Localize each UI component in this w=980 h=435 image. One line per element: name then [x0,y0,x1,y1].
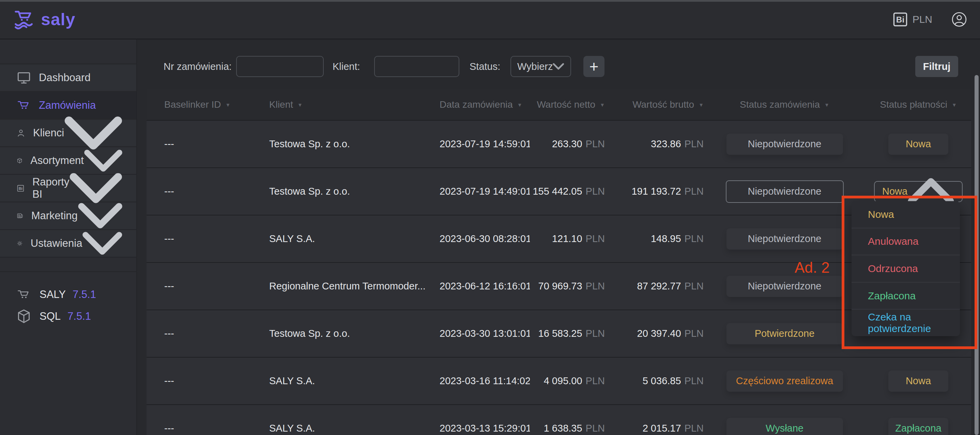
sidebar-item-label: Dashboard [39,72,91,84]
sort-arrow-icon: ▼ [952,102,957,108]
payment-status-badge[interactable]: Nowa [888,134,948,155]
sidebar-item-label: Marketing [31,210,78,222]
currency-switcher[interactable]: Bi PLN [893,12,932,27]
cart-icon [17,100,31,111]
cell-client: SALY S.A. [269,215,439,262]
table-row[interactable]: ---Testowa Sp. z o.o.2023-03-30 13:01:01… [146,309,971,357]
dropdown-option[interactable]: Nowa [851,201,960,228]
status-label: Status: [469,56,500,77]
payment-status-dropdown: NowaAnulowanaOdrzuconaZapłaconaCzeka na … [851,201,960,336]
cell-netto: 263.30PLN [530,121,605,167]
cell-client: SALY S.A. [269,405,439,435]
client-input[interactable] [374,56,459,77]
table-row[interactable]: ---Regionalne Centrum Termomoder...2023-… [146,262,971,309]
cell-brutto: 148.95PLN [605,215,704,262]
user-avatar-icon [951,11,967,27]
chevron-down-icon [82,231,123,255]
column-header-status-p-atno-ci[interactable]: Status płatności▼ [865,89,971,120]
person-icon [17,129,25,137]
order-number-input[interactable] [236,56,324,77]
chevron-down-icon [78,202,123,229]
cell-client: Testowa Sp. z o.o. [269,310,439,357]
filter-button[interactable]: Filtruj [915,56,958,77]
order-status-badge[interactable]: Niepotwierdzone [726,180,844,203]
table-row[interactable]: ---SALY S.A.2023-03-13 15:29:011 638.35P… [146,404,971,435]
sidebar-item-dashboard[interactable]: Dashboard [0,64,136,92]
payment-status-select[interactable]: Nowa [874,181,963,202]
cell-client: SALY S.A. [269,358,439,404]
column-header-label: Status płatności [880,99,947,110]
client-label: Klient: [332,56,360,77]
sidebar-item-ustawienia[interactable]: Ustawienia [0,230,136,258]
column-header-label: Klient [269,99,293,110]
monitor-icon [17,71,31,84]
cell-order-date: 2023-06-30 08:28:01 [439,215,530,262]
cell-payment-status: Nowa [865,121,971,167]
order-status-badge[interactable]: Częściowo zrealizowa [727,371,843,392]
window-top-edge [0,0,980,2]
cell-baselinker-id: --- [146,215,269,262]
column-header-status-zam-wienia[interactable]: Status zamówienia▼ [704,89,865,120]
scrollbar-thumb[interactable] [975,75,978,435]
column-header-data-zam-wienia[interactable]: Data zamówienia▼ [439,89,530,120]
column-header-label: Data zamówienia [439,99,513,110]
dropdown-option[interactable]: Zapłacona [851,282,960,309]
payment-status-badge[interactable]: Zapłacona [888,418,948,435]
sidebar-item-asortyment[interactable]: Asortyment [0,147,136,175]
cell-netto: 70 969.73PLN [530,263,605,309]
table-row[interactable]: ---SALY S.A.2023-06-30 08:28:01121.10PLN… [146,215,971,262]
cell-baselinker-id: --- [146,168,269,215]
news-icon [17,213,23,218]
cart-logo-icon [14,10,36,29]
sort-arrow-icon: ▼ [600,102,605,108]
sort-arrow-icon: ▼ [298,102,302,108]
chevron-down-icon [553,63,564,70]
payment-status-value: Nowa [882,186,907,197]
sidebar-item-klienci[interactable]: Klienci [0,120,136,147]
sidebar-item-zam-wienia[interactable]: Zamówienia [0,92,136,120]
sort-arrow-icon: ▼ [824,102,829,108]
cell-netto: 155 442.05PLN [530,168,605,215]
cell-order-status: Wysłane [704,405,865,435]
table-row[interactable]: ---Testowa Sp. z o.o.2023-07-19 14:59:01… [146,120,971,167]
sidebar-item-raporty-bi[interactable]: BiRaporty BI [0,175,136,202]
column-header-label: Status zamówienia [740,99,820,110]
dropdown-option[interactable]: Czeka na potwierdzenie [851,309,960,336]
svg-text:Bi: Bi [896,15,904,24]
payment-status-badge[interactable]: Nowa [888,371,948,392]
table-row[interactable]: ---Testowa Sp. z o.o.2023-07-19 14:49:01… [146,167,971,215]
order-status-badge[interactable]: Niepotwierdzone [727,134,843,155]
user-account-button[interactable] [951,11,967,27]
cell-order-date: 2023-06-12 16:16:01 [439,263,530,309]
cell-order-date: 2023-07-19 14:49:01 [439,168,530,215]
sidebar-item-marketing[interactable]: Marketing [0,202,136,230]
version-number: 7.5.1 [73,288,96,301]
version-row-saly: SALY7.5.1 [0,284,136,306]
order-status-badge[interactable]: Niepotwierdzone [727,228,843,250]
table-row[interactable]: ---SALY S.A.2023-03-16 11:14:024 095.00P… [146,357,971,404]
cell-brutto: 87 292.77PLN [605,263,704,309]
column-header-warto-netto[interactable]: Wartość netto▼ [530,89,605,120]
brand-logo-text: saly [41,10,75,29]
bi-icon: Bi [893,12,908,27]
dropdown-option[interactable]: Odrzucona [851,255,960,282]
topbar: saly Bi PLN [0,0,980,40]
cell-order-status: Potwierdzone [704,310,865,357]
table-body: ---Testowa Sp. z o.o.2023-07-19 14:59:01… [146,120,971,435]
order-status-badge[interactable]: Wysłane [727,418,843,435]
cell-baselinker-id: --- [146,263,269,309]
column-header-warto-brutto[interactable]: Wartość brutto▼ [605,89,704,120]
dropdown-option[interactable]: Anulowana [851,228,960,255]
order-status-badge[interactable]: Potwierdzone [727,323,843,344]
cell-order-status: Niepotwierdzone [704,121,865,167]
column-header-klient[interactable]: Klient▼ [269,89,439,120]
status-select[interactable]: Wybierz [511,56,571,77]
column-header-baselinker-id[interactable]: Baselinker ID▼ [146,89,269,120]
order-status-badge[interactable]: Niepotwierdzone [727,276,843,297]
sidebar-item-label: Raporty BI [32,176,70,201]
cell-baselinker-id: --- [146,121,269,167]
orders-table: Baselinker ID▼Klient▼Data zamówienia▼War… [146,89,971,435]
brand-logo[interactable]: saly [14,10,75,29]
add-filter-button[interactable]: + [583,56,605,77]
chevron-down-icon [84,149,123,172]
